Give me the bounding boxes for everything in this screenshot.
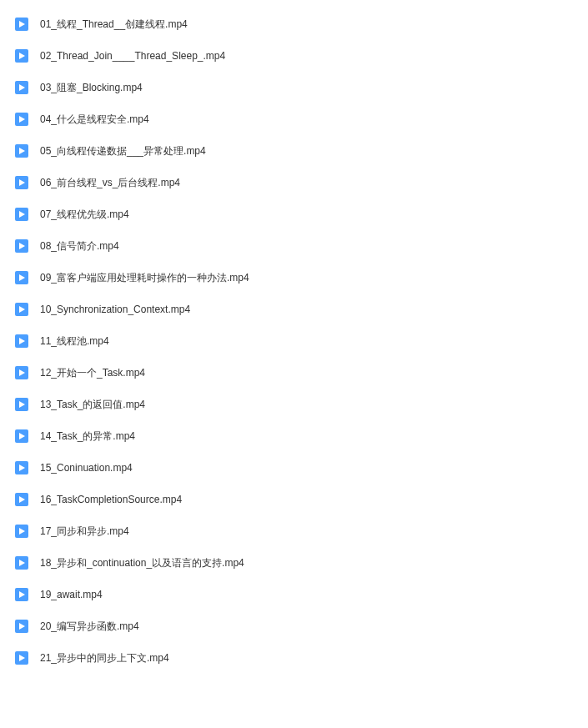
file-item[interactable]: 04_什么是线程安全.mp4 bbox=[15, 103, 588, 135]
file-name-label: 05_向线程传递数据___异常处理.mp4 bbox=[40, 144, 206, 158]
video-file-icon bbox=[15, 49, 28, 63]
video-file-icon bbox=[15, 303, 28, 316]
video-file-icon bbox=[15, 239, 28, 253]
file-item[interactable]: 15_Coninuation.mp4 bbox=[15, 452, 588, 484]
file-item[interactable]: 11_线程池.mp4 bbox=[15, 325, 588, 357]
video-file-icon bbox=[15, 271, 28, 284]
file-name-label: 16_TaskCompletionSource.mp4 bbox=[40, 494, 182, 505]
file-item[interactable]: 06_前台线程_vs_后台线程.mp4 bbox=[15, 167, 588, 198]
file-name-label: 01_线程_Thread__创建线程.mp4 bbox=[40, 18, 188, 32]
file-item[interactable]: 10_Synchronization_Context.mp4 bbox=[15, 294, 588, 325]
file-name-label: 12_开始一个_Task.mp4 bbox=[40, 366, 145, 380]
file-item[interactable]: 17_同步和异步.mp4 bbox=[15, 515, 588, 547]
file-name-label: 14_Task_的异常.mp4 bbox=[40, 429, 135, 444]
video-file-icon bbox=[15, 176, 28, 189]
file-item[interactable]: 03_阻塞_Blocking.mp4 bbox=[15, 72, 588, 103]
file-name-label: 10_Synchronization_Context.mp4 bbox=[40, 304, 190, 315]
video-file-icon bbox=[15, 113, 28, 126]
file-name-label: 04_什么是线程安全.mp4 bbox=[40, 113, 149, 127]
file-item[interactable]: 08_信号简介.mp4 bbox=[15, 230, 588, 262]
file-item[interactable]: 13_Task_的返回值.mp4 bbox=[15, 389, 588, 420]
video-file-icon bbox=[15, 208, 28, 221]
video-file-icon bbox=[15, 429, 28, 443]
file-item[interactable]: 16_TaskCompletionSource.mp4 bbox=[15, 484, 588, 515]
file-name-label: 07_线程优先级.mp4 bbox=[40, 208, 129, 222]
file-item[interactable]: 19_await.mp4 bbox=[15, 579, 588, 610]
file-name-label: 21_异步中的同步上下文.mp4 bbox=[40, 651, 169, 665]
file-name-label: 19_await.mp4 bbox=[40, 589, 103, 600]
file-item[interactable]: 21_异步中的同步上下文.mp4 bbox=[15, 642, 588, 674]
file-name-label: 17_同步和异步.mp4 bbox=[40, 525, 129, 539]
file-name-label: 09_富客户端应用处理耗时操作的一种办法.mp4 bbox=[40, 271, 249, 285]
file-name-label: 08_信号简介.mp4 bbox=[40, 239, 119, 254]
video-file-icon bbox=[15, 588, 28, 601]
file-name-label: 20_编写异步函数.mp4 bbox=[40, 620, 139, 634]
file-item[interactable]: 14_Task_的异常.mp4 bbox=[15, 420, 588, 452]
file-item[interactable]: 12_开始一个_Task.mp4 bbox=[15, 357, 588, 389]
file-name-label: 03_阻塞_Blocking.mp4 bbox=[40, 81, 143, 95]
video-file-icon bbox=[15, 144, 28, 158]
file-name-label: 11_线程池.mp4 bbox=[40, 334, 109, 349]
file-list: 01_线程_Thread__创建线程.mp402_Thread_Join____… bbox=[15, 8, 588, 674]
file-name-label: 15_Coninuation.mp4 bbox=[40, 462, 133, 474]
file-item[interactable]: 02_Thread_Join____Thread_Sleep_.mp4 bbox=[15, 40, 588, 72]
file-name-label: 18_异步和_continuation_以及语言的支持.mp4 bbox=[40, 556, 244, 570]
file-item[interactable]: 07_线程优先级.mp4 bbox=[15, 198, 588, 230]
video-file-icon bbox=[15, 556, 28, 570]
file-name-label: 06_前台线程_vs_后台线程.mp4 bbox=[40, 176, 180, 190]
video-file-icon bbox=[15, 398, 28, 411]
video-file-icon bbox=[15, 493, 28, 506]
file-item[interactable]: 18_异步和_continuation_以及语言的支持.mp4 bbox=[15, 547, 588, 579]
video-file-icon bbox=[15, 620, 28, 633]
video-file-icon bbox=[15, 461, 28, 474]
file-item[interactable]: 20_编写异步函数.mp4 bbox=[15, 610, 588, 642]
video-file-icon bbox=[15, 366, 28, 379]
file-name-label: 13_Task_的返回值.mp4 bbox=[40, 398, 145, 412]
video-file-icon bbox=[15, 525, 28, 538]
file-name-label: 02_Thread_Join____Thread_Sleep_.mp4 bbox=[40, 50, 225, 62]
video-file-icon bbox=[15, 651, 28, 665]
file-item[interactable]: 09_富客户端应用处理耗时操作的一种办法.mp4 bbox=[15, 262, 588, 294]
file-item[interactable]: 05_向线程传递数据___异常处理.mp4 bbox=[15, 135, 588, 167]
video-file-icon bbox=[15, 18, 28, 31]
video-file-icon bbox=[15, 334, 28, 348]
file-item[interactable]: 01_线程_Thread__创建线程.mp4 bbox=[15, 8, 588, 40]
video-file-icon bbox=[15, 81, 28, 94]
